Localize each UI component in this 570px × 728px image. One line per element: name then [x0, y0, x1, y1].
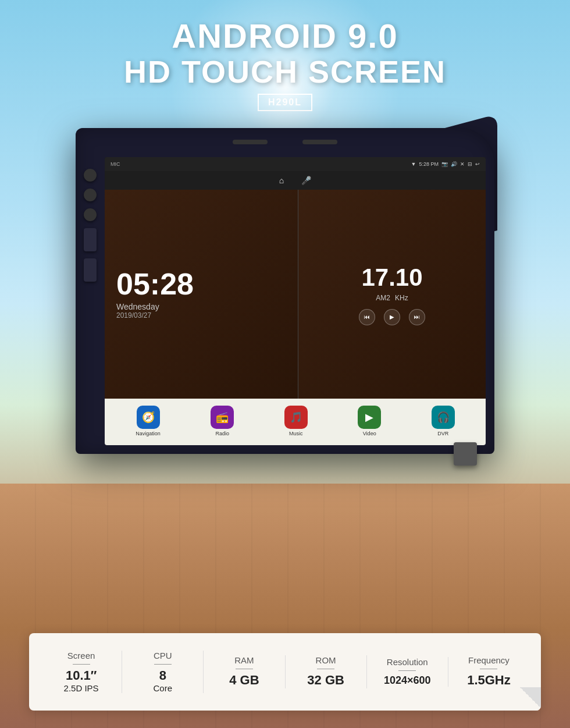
- spec-cpu-value: 8: [159, 668, 166, 683]
- car-unit: MIC ▼ 5:28 PM 📷 🔊 ✕ ⊟ ↩ ⌂ 🎤: [76, 128, 494, 454]
- volume-icon: 🔊: [451, 161, 457, 167]
- spec-screen-value: 10.1″: [66, 668, 97, 683]
- nav-app-label: Navigation: [136, 431, 161, 436]
- spec-cpu-sub: Core: [154, 683, 173, 693]
- spec-ram-label: RAM: [234, 655, 254, 665]
- radio-app-icon[interactable]: 📻 Radio: [211, 406, 234, 438]
- outer-frame: MIC ▼ 5:28 PM 📷 🔊 ✕ ⊟ ↩ ⌂ 🎤: [76, 128, 494, 454]
- radio-band-label: AM2: [376, 294, 390, 302]
- radio-band: AM2 KHz: [376, 294, 408, 302]
- left-panel: [76, 163, 105, 287]
- spec-frequency-label: Frequency: [468, 655, 510, 665]
- music-app-circle: 🎵: [284, 406, 308, 429]
- clock-day: Wednesday: [116, 302, 286, 311]
- spec-resolution-value: 1024×600: [384, 674, 431, 687]
- home-nav-icon[interactable]: ⌂: [279, 176, 284, 185]
- title-hd: HD TOUCH SCREEN: [0, 55, 570, 89]
- music-app-icon[interactable]: 🎵 Music: [284, 406, 308, 438]
- home-button[interactable]: [84, 189, 97, 201]
- radio-app-label: Radio: [215, 431, 229, 436]
- spec-cpu-divider: [154, 664, 172, 665]
- spec-rom-label: ROM: [316, 655, 336, 665]
- spec-rom-value: 32 GB: [307, 673, 344, 688]
- camera-icon: 📷: [441, 161, 448, 167]
- spec-cpu-label: CPU: [154, 651, 172, 660]
- main-screen: 05:28 Wednesday 2019/03/27 17.10 AM2 KHz…: [105, 190, 486, 399]
- signal-icon: ▼: [411, 161, 416, 167]
- clock-section: 05:28 Wednesday 2019/03/27: [105, 190, 298, 399]
- app-grid: 🧭 Navigation 📻 Radio 🎵 Music ▶ Video 🎧: [105, 399, 486, 445]
- window-icon: ⊟: [468, 161, 472, 167]
- back-button[interactable]: [84, 208, 97, 221]
- back-nav-icon: ↩: [475, 161, 480, 167]
- mount-bracket: [454, 442, 477, 466]
- volume-button[interactable]: [84, 228, 97, 251]
- header-section: ANDROID 9.0 HD TOUCH SCREEN H290L: [0, 17, 570, 111]
- status-bar-right: ▼ 5:28 PM 📷 🔊 ✕ ⊟ ↩: [411, 161, 480, 167]
- dvr-app-label: DVR: [437, 431, 448, 436]
- nav-bar: ⌂ 🎤: [105, 171, 486, 190]
- power-button[interactable]: [84, 169, 97, 182]
- status-bar: MIC ▼ 5:28 PM 📷 🔊 ✕ ⊟ ↩: [105, 157, 486, 171]
- radio-controls: ⏮ ▶ ⏭: [359, 309, 425, 325]
- spec-resolution-divider: [398, 670, 416, 671]
- title-android: ANDROID 9.0: [0, 17, 570, 55]
- dvr-app-circle: 🎧: [432, 406, 455, 429]
- volume-button-2[interactable]: [84, 258, 97, 282]
- status-bar-left: MIC: [111, 161, 120, 167]
- spec-cpu: CPU 8 Core: [122, 651, 204, 693]
- screen-vent: [233, 140, 337, 144]
- close-icon: ✕: [460, 161, 465, 167]
- music-app-label: Music: [289, 431, 303, 436]
- spec-resolution: Resolution 1024×600: [367, 657, 448, 687]
- radio-frequency: 17.10: [361, 264, 422, 292]
- spec-screen: Screen 10.1″ 2.5D IPS: [41, 651, 122, 693]
- play-button[interactable]: ▶: [384, 309, 400, 325]
- clock-time: 05:28: [116, 269, 286, 299]
- vent-left: [233, 140, 268, 144]
- video-app-circle: ▶: [358, 406, 381, 429]
- spec-screen-divider: [73, 664, 90, 665]
- nav-app-circle: 🧭: [137, 406, 160, 429]
- video-app-label: Video: [363, 431, 376, 436]
- screen-area: MIC ▼ 5:28 PM 📷 🔊 ✕ ⊟ ↩ ⌂ 🎤: [105, 157, 486, 445]
- spec-rom: ROM 32 GB: [286, 655, 367, 688]
- next-station-button[interactable]: ⏭: [409, 309, 425, 325]
- video-app-icon[interactable]: ▶ Video: [358, 406, 381, 438]
- spec-resolution-label: Resolution: [387, 657, 428, 667]
- vent-right: [302, 140, 337, 144]
- dvr-app-icon[interactable]: 🎧 DVR: [432, 406, 455, 438]
- spec-frequency-divider: [480, 669, 497, 669]
- model-badge: H290L: [258, 94, 312, 111]
- spec-frequency: Frequency 1.5GHz: [448, 655, 529, 688]
- specs-card: Screen 10.1″ 2.5D IPS CPU 8 Core RAM 4 G…: [29, 633, 541, 711]
- prev-station-button[interactable]: ⏮: [359, 309, 375, 325]
- status-time: 5:28 PM: [419, 161, 439, 167]
- radio-app-circle: 📻: [211, 406, 234, 429]
- mic-indicator: MIC: [111, 161, 120, 167]
- mic-nav-icon[interactable]: 🎤: [301, 176, 311, 185]
- radio-unit: KHz: [395, 294, 408, 302]
- spec-screen-label: Screen: [67, 651, 95, 660]
- spec-ram-value: 4 GB: [229, 673, 259, 688]
- spec-frequency-value: 1.5GHz: [467, 673, 511, 688]
- spec-ram-divider: [236, 669, 253, 669]
- clock-date: 2019/03/27: [116, 311, 286, 319]
- spec-screen-sub: 2.5D IPS: [64, 683, 99, 693]
- radio-section: 17.10 AM2 KHz ⏮ ▶ ⏭: [298, 190, 486, 399]
- spec-rom-divider: [317, 669, 334, 669]
- nav-app-icon[interactable]: 🧭 Navigation: [136, 406, 161, 438]
- spec-ram: RAM 4 GB: [204, 655, 285, 688]
